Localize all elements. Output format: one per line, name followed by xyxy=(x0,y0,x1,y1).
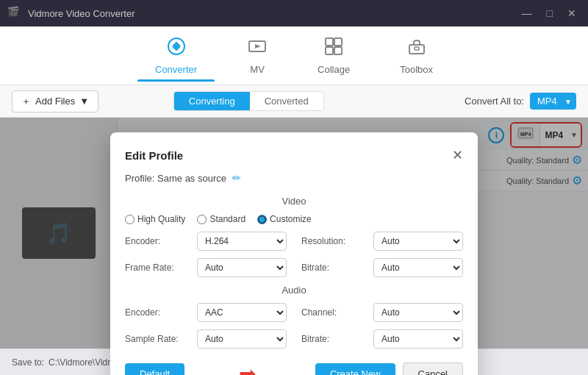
frame-rate-select[interactable]: Auto xyxy=(197,258,287,277)
edit-profile-icon[interactable]: ✏ xyxy=(232,172,241,184)
collage-icon xyxy=(323,36,344,61)
video-bitrate-label: Bitrate: xyxy=(301,262,368,273)
modal-overlay: Edit Profile ✕ Profile: Same as source ✏… xyxy=(0,118,588,349)
modal-close-btn[interactable]: ✕ xyxy=(452,147,463,163)
nav-converter-label: Converter xyxy=(155,64,197,75)
modal-header: Edit Profile ✕ xyxy=(125,147,463,163)
converter-icon xyxy=(166,36,187,61)
convert-all-section: Convert All to: MP4 MKV AVI xyxy=(465,93,576,110)
resolution-row: Resolution: Auto xyxy=(301,232,463,251)
nav-converter[interactable]: Converter xyxy=(137,30,215,81)
audio-encoder-label: Encoder: xyxy=(125,307,191,318)
dropdown-arrow-icon: ▼ xyxy=(79,96,89,107)
radio-standard-label: Standard xyxy=(209,214,245,224)
radio-high-label: High Quality xyxy=(137,214,185,224)
toolbar: ＋ Add Files ▼ Converting Converted Conve… xyxy=(0,85,588,118)
sample-rate-label: Sample Rate: xyxy=(125,334,191,344)
radio-standard[interactable]: Standard xyxy=(197,214,245,224)
modal-profile: Profile: Same as source ✏ xyxy=(125,172,463,184)
minimize-btn[interactable]: — xyxy=(517,6,537,21)
audio-form-grid: Encoder: AAC Channel: Auto Sample Rate: … xyxy=(125,303,463,349)
nav-bar: Converter MV Collage xyxy=(0,26,588,85)
video-bitrate-row: Bitrate: Auto xyxy=(301,258,463,277)
mv-icon xyxy=(247,36,268,61)
encoder-row: Encoder: H.264 xyxy=(125,232,287,251)
radio-customize[interactable]: Customize xyxy=(257,214,312,224)
app-icon: 🎬 xyxy=(7,6,22,21)
edit-profile-modal: Edit Profile ✕ Profile: Same as source ✏… xyxy=(110,132,478,375)
channel-label: Channel: xyxy=(301,307,368,318)
svg-rect-6 xyxy=(326,47,333,54)
svg-rect-7 xyxy=(334,47,342,54)
radio-high-input[interactable] xyxy=(125,215,135,224)
create-new-button[interactable]: Create New xyxy=(315,363,395,375)
encoder-label: Encoder: xyxy=(125,236,191,246)
modal-footer: Default ➡ Create New Cancel xyxy=(125,362,463,375)
nav-collage-label: Collage xyxy=(318,64,350,75)
modal-title: Edit Profile xyxy=(125,149,183,162)
video-quality-group: High Quality Standard Customize xyxy=(125,214,463,224)
encoder-select[interactable]: H.264 xyxy=(197,232,287,251)
audio-bitrate-select[interactable]: Auto xyxy=(373,329,463,349)
radio-high-quality[interactable]: High Quality xyxy=(125,214,185,224)
format-select[interactable]: MP4 MKV AVI xyxy=(530,93,576,110)
title-bar: 🎬 Vidmore Video Converter — □ ✕ xyxy=(0,0,588,26)
cancel-button[interactable]: Cancel xyxy=(403,362,463,375)
nav-toolbox[interactable]: Toolbox xyxy=(382,30,451,81)
nav-collage[interactable]: Collage xyxy=(300,30,368,81)
toolbox-icon xyxy=(406,36,427,61)
profile-label: Profile: Same as source xyxy=(125,173,226,184)
default-button[interactable]: Default xyxy=(125,363,184,375)
frame-rate-label: Frame Rate: xyxy=(125,262,191,273)
resolution-select[interactable]: Auto xyxy=(373,232,463,251)
svg-rect-4 xyxy=(326,38,333,46)
convert-all-label: Convert All to: xyxy=(465,96,524,107)
tab-converting[interactable]: Converting xyxy=(174,92,250,110)
radio-standard-input[interactable] xyxy=(197,215,207,224)
nav-mv[interactable]: MV xyxy=(229,30,285,81)
audio-section-label: Audio xyxy=(125,285,463,296)
nav-toolbox-label: Toolbox xyxy=(400,64,433,75)
frame-rate-row: Frame Rate: Auto xyxy=(125,258,287,277)
arrow-icon: ➡ xyxy=(239,362,256,375)
channel-select[interactable]: Auto xyxy=(373,303,463,322)
tab-converted[interactable]: Converted xyxy=(250,92,323,110)
resolution-label: Resolution: xyxy=(301,236,368,246)
sample-rate-row: Sample Rate: Auto xyxy=(125,329,287,349)
svg-point-1 xyxy=(174,44,179,49)
channel-row: Channel: Auto xyxy=(301,303,463,322)
video-section-label: Video xyxy=(125,196,463,207)
svg-rect-8 xyxy=(409,45,424,54)
audio-bitrate-row: Bitrate: Auto xyxy=(301,329,463,349)
add-files-label: Add Files xyxy=(35,96,75,107)
svg-rect-9 xyxy=(415,47,419,50)
sample-rate-select[interactable]: Auto xyxy=(197,329,287,349)
video-bitrate-select[interactable]: Auto xyxy=(373,258,463,277)
window-controls: — □ ✕ xyxy=(517,6,581,21)
audio-encoder-select[interactable]: AAC xyxy=(197,303,287,322)
save-to-label: Save to: xyxy=(12,357,44,368)
add-icon: ＋ xyxy=(21,95,31,108)
add-files-button[interactable]: ＋ Add Files ▼ xyxy=(12,90,98,113)
radio-customize-input[interactable] xyxy=(257,215,267,224)
audio-bitrate-label: Bitrate: xyxy=(301,334,368,344)
audio-encoder-row: Encoder: AAC xyxy=(125,303,287,322)
maximize-btn[interactable]: □ xyxy=(542,6,557,21)
radio-customize-label: Customize xyxy=(270,214,312,224)
main-area: 🎵 i MP4 MP4 ▼ xyxy=(0,118,588,349)
nav-mv-label: MV xyxy=(250,64,265,75)
format-select-wrap[interactable]: MP4 MKV AVI xyxy=(530,93,576,110)
app-title: Vidmore Video Converter xyxy=(28,8,517,19)
svg-rect-5 xyxy=(334,38,342,46)
close-btn[interactable]: ✕ xyxy=(563,6,581,21)
video-form-grid: Encoder: H.264 Resolution: Auto Frame Ra… xyxy=(125,232,463,277)
svg-marker-3 xyxy=(255,44,261,49)
tab-group: Converting Converted xyxy=(173,91,324,111)
